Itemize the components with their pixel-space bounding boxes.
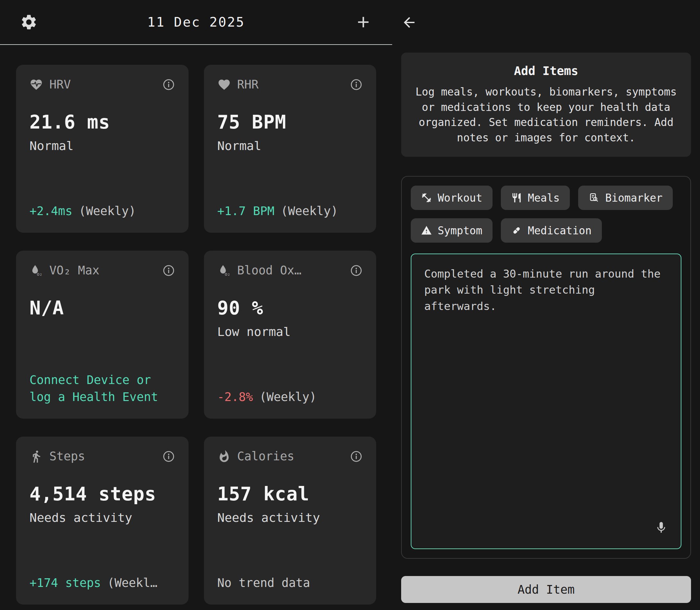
hrv-value: 21.6 ms bbox=[30, 111, 175, 133]
steps-info-button[interactable] bbox=[162, 450, 175, 463]
steps-trend-value: +174 steps bbox=[30, 574, 101, 592]
add-entry-button[interactable] bbox=[354, 13, 372, 31]
card-rhr-label: RHR bbox=[237, 78, 344, 91]
calories-info-button[interactable] bbox=[350, 450, 363, 463]
add-items-title: Add Items bbox=[413, 64, 680, 78]
dumbbell-icon bbox=[421, 192, 432, 203]
card-calories[interactable]: Calories 157 kcal Needs activity No tren… bbox=[204, 437, 377, 605]
steps-status: Needs activity bbox=[30, 511, 175, 525]
warning-icon bbox=[421, 225, 432, 236]
chip-meals-label: Meals bbox=[528, 192, 559, 204]
rhr-info-button[interactable] bbox=[350, 78, 363, 91]
calories-value: 157 kcal bbox=[218, 483, 363, 505]
vo2max-info-button[interactable] bbox=[162, 264, 175, 277]
hrv-info-button[interactable] bbox=[162, 78, 175, 91]
pill-icon bbox=[511, 225, 522, 236]
calories-trend: No trend data bbox=[218, 574, 363, 592]
drop-o2-icon: o₂ bbox=[218, 264, 231, 277]
chip-biomarker[interactable]: Biomarker bbox=[578, 186, 673, 210]
info-icon bbox=[162, 450, 175, 463]
card-calories-header: Calories bbox=[218, 449, 363, 463]
card-calories-label: Calories bbox=[237, 449, 344, 463]
dashboard-header: 11 Dec 2025 bbox=[0, 0, 392, 45]
mic-icon bbox=[654, 521, 668, 534]
heart-pulse-icon bbox=[30, 78, 43, 91]
card-hrv-label: HRV bbox=[49, 78, 156, 91]
card-blood-oxygen-label: Blood Ox… bbox=[237, 263, 344, 277]
heart-icon bbox=[218, 78, 231, 91]
card-vo2max-label: VO₂ Max bbox=[49, 263, 156, 277]
blood-oxygen-trend-value: -2.8% bbox=[218, 388, 253, 406]
card-vo2max[interactable]: o₂ VO₂ Max N/A Connect Device or log a H… bbox=[16, 251, 189, 419]
vo2max-value: N/A bbox=[30, 297, 175, 319]
rhr-value: 75 BPM bbox=[218, 111, 363, 133]
chip-symptom[interactable]: Symptom bbox=[411, 218, 493, 243]
note-area: Completed a 30-minute run around the par… bbox=[411, 254, 681, 549]
add-items-info-box: Add Items Log meals, workouts, biomarker… bbox=[401, 52, 691, 157]
steps-trend-period: (Weekl… bbox=[108, 574, 157, 592]
chip-meals[interactable]: Meals bbox=[501, 186, 570, 210]
card-rhr-header: RHR bbox=[218, 78, 363, 91]
walker-icon bbox=[30, 450, 43, 463]
card-hrv-header: HRV bbox=[30, 78, 175, 91]
info-icon bbox=[350, 264, 363, 277]
rhr-status: Normal bbox=[218, 139, 363, 153]
rhr-trend: +1.7 BPM (Weekly) bbox=[218, 203, 363, 220]
hrv-trend-period: (Weekly) bbox=[79, 203, 136, 220]
add-items-description: Log meals, workouts, biomarkers, symptom… bbox=[413, 84, 680, 145]
chip-symptom-label: Symptom bbox=[438, 224, 482, 237]
svg-text:o₂: o₂ bbox=[224, 271, 230, 276]
blood-oxygen-value: 90 % bbox=[218, 297, 363, 319]
utensils-icon bbox=[511, 192, 522, 203]
biomarker-icon bbox=[588, 192, 599, 203]
drop-o2-icon: o₂ bbox=[30, 264, 43, 277]
hrv-trend: +2.4ms (Weekly) bbox=[30, 203, 175, 220]
steps-value: 4,514 steps bbox=[30, 483, 175, 505]
blood-oxygen-status: Low normal bbox=[218, 325, 363, 339]
metric-cards-grid: HRV 21.6 ms Normal +2.4ms (Weekly) bbox=[0, 65, 392, 605]
vo2max-connect: Connect Device or log a Health Event bbox=[30, 371, 175, 406]
hrv-status: Normal bbox=[30, 139, 175, 153]
add-item-button[interactable]: Add Item bbox=[401, 576, 691, 603]
card-steps-label: Steps bbox=[49, 449, 156, 463]
blood-oxygen-info-button[interactable] bbox=[350, 264, 363, 277]
dashboard-panel: 11 Dec 2025 HRV bbox=[0, 0, 392, 610]
date-title: 11 Dec 2025 bbox=[38, 14, 354, 30]
settings-button[interactable] bbox=[20, 13, 38, 31]
chip-workout[interactable]: Workout bbox=[411, 186, 493, 210]
info-icon bbox=[162, 78, 175, 91]
back-arrow-icon bbox=[401, 14, 417, 30]
add-items-header bbox=[401, 0, 691, 45]
card-rhr[interactable]: RHR 75 BPM Normal +1.7 BPM (Weekly) bbox=[204, 65, 377, 233]
chip-medication-label: Medication bbox=[528, 224, 592, 237]
plus-icon bbox=[354, 13, 372, 31]
connect-device-link[interactable]: Connect Device or log a Health Event bbox=[30, 371, 175, 406]
info-icon bbox=[162, 264, 175, 277]
card-vo2max-header: o₂ VO₂ Max bbox=[30, 263, 175, 277]
svg-text:o₂: o₂ bbox=[37, 271, 42, 276]
mic-button[interactable] bbox=[654, 521, 668, 534]
note-input[interactable]: Completed a 30-minute run around the par… bbox=[424, 266, 668, 537]
blood-oxygen-trend-period: (Weekly) bbox=[259, 388, 317, 406]
blood-oxygen-trend: -2.8% (Weekly) bbox=[218, 388, 363, 406]
steps-trend: +174 steps (Weekl… bbox=[30, 574, 175, 592]
chip-biomarker-label: Biomarker bbox=[605, 192, 663, 204]
card-steps-header: Steps bbox=[30, 449, 175, 463]
flame-icon bbox=[218, 450, 231, 463]
item-type-chips: Workout Meals Biomarker bbox=[411, 186, 681, 243]
calories-status: Needs activity bbox=[218, 511, 363, 525]
back-button[interactable] bbox=[401, 14, 417, 30]
card-blood-oxygen-header: o₂ Blood Ox… bbox=[218, 263, 363, 277]
chip-medication[interactable]: Medication bbox=[501, 218, 602, 243]
card-blood-oxygen[interactable]: o₂ Blood Ox… 90 % Low normal -2.8% (Week… bbox=[204, 251, 377, 419]
chip-workout-label: Workout bbox=[438, 192, 482, 204]
hrv-trend-value: +2.4ms bbox=[30, 203, 73, 220]
card-hrv[interactable]: HRV 21.6 ms Normal +2.4ms (Weekly) bbox=[16, 65, 189, 233]
info-icon bbox=[350, 450, 363, 463]
card-steps[interactable]: Steps 4,514 steps Needs activity +174 st… bbox=[16, 437, 189, 605]
compose-box: Workout Meals Biomarker bbox=[401, 176, 691, 559]
rhr-trend-period: (Weekly) bbox=[281, 203, 338, 220]
calories-trend-text: No trend data bbox=[218, 574, 311, 592]
info-icon bbox=[350, 78, 363, 91]
rhr-trend-value: +1.7 BPM bbox=[218, 203, 274, 220]
